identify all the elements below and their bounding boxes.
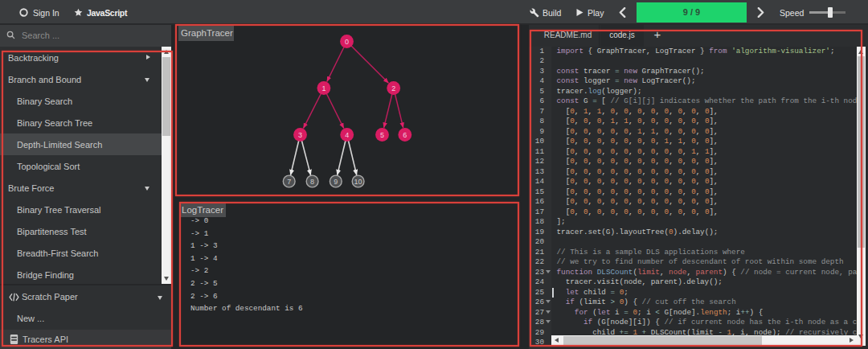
svg-text:9: 9 (334, 178, 338, 186)
svg-text:5: 5 (380, 131, 384, 139)
svg-text:4: 4 (345, 131, 349, 139)
svg-text:10: 10 (354, 178, 362, 186)
svg-text:1: 1 (321, 84, 326, 92)
svg-text:8: 8 (310, 178, 314, 186)
svg-text:6: 6 (403, 131, 407, 139)
svg-text:0: 0 (345, 38, 349, 46)
svg-text:7: 7 (287, 178, 291, 186)
svg-text:3: 3 (298, 131, 302, 139)
svg-text:2: 2 (391, 84, 395, 92)
